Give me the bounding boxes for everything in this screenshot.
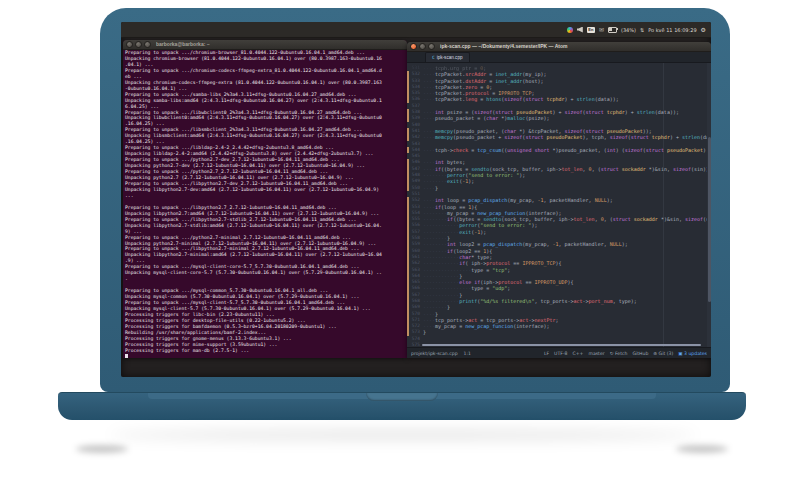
code-lines: 531····tcph.urg_ptr = 0;532····tcpPacket… — [407, 65, 711, 347]
code-line: 544····tcph->check = tcp_csum((unsigned … — [407, 147, 711, 153]
terminal-output[interactable]: Preparing to unpack .../chromium-browser… — [123, 49, 407, 358]
editor[interactable]: 531····tcph.urg_ptr = 0;532····tcpPacket… — [407, 63, 711, 347]
left-foot-shadow — [76, 445, 128, 453]
terminal-line: Unpacking chromium-codecs-ffmpeg-extra (… — [125, 80, 407, 86]
mail-icon[interactable]: ✉ — [599, 27, 604, 33]
encoding-indicator[interactable]: UTF-8 — [554, 351, 567, 356]
terminal-close-button[interactable] — [126, 41, 133, 48]
git-branch[interactable]: master — [588, 351, 604, 356]
keyboard-layout-indicator[interactable]: En — [587, 27, 595, 33]
app-indicator-icon[interactable] — [567, 27, 573, 33]
atom-window: ipk-scan.cpp — ~/Dokumenty/4.semester/IP… — [407, 42, 711, 358]
git-fetch[interactable]: ↻ Fetch — [610, 351, 628, 356]
terminal-line: Unpacking libpython2.7-stdlib:amd64 (2.7… — [125, 223, 407, 229]
updates-button[interactable]: ▣ 3 updates — [678, 351, 707, 356]
vertical-scrollbar[interactable] — [707, 63, 711, 347]
terminal-line: Unpacking mysql-client-core-5.7 (5.7.30-… — [125, 270, 407, 276]
clock[interactable]: Po kvě 11 16:09:29 — [648, 27, 696, 33]
top-panel: En ✉ (34%) ⇅ Po kvě 11 16:09:29 ⚙ — [121, 22, 711, 38]
vertical-scrollbar-thumb[interactable] — [708, 137, 711, 302]
tab-bar: C ipk-scan.cpp — [407, 52, 711, 63]
volume-icon[interactable] — [577, 27, 583, 33]
laptop-body: En ✉ (34%) ⇅ Po kvě 11 16:09:29 ⚙ barbor… — [100, 8, 730, 392]
right-foot-shadow — [676, 445, 728, 453]
session-gear-icon[interactable]: ⚙ — [701, 27, 706, 33]
terminal-line: Preparing to unpack .../chromium-codecs-… — [125, 68, 407, 74]
terminal-minimize-button[interactable] — [135, 41, 142, 48]
code-line: 542····memcpy(pseudo_packet + sizeof(str… — [407, 134, 711, 140]
laptop-screen: En ✉ (34%) ⇅ Po kvě 11 16:09:29 ⚙ barbor… — [121, 22, 711, 377]
atom-title: ipk-scan.cpp — ~/Dokumenty/4.semester/IP… — [440, 42, 568, 51]
atom-maximize-button[interactable] — [428, 43, 435, 50]
status-file-path[interactable]: projekt/ipk-scan.cpp — [411, 351, 458, 356]
terminal-line: Unpacking libpython2.7:amd64 (2.7.12-1ub… — [125, 211, 407, 217]
atom-close-button[interactable] — [410, 43, 417, 50]
git-changes[interactable]: ⊕ Git (3) — [653, 351, 673, 356]
code-line: 531····tcph.urg_ptr = 0; — [407, 65, 711, 71]
github-button[interactable]: GitHub — [632, 351, 648, 356]
terminal-title: barborka@barborka: ~ — [156, 40, 210, 49]
line-number: 575 — [407, 342, 423, 347]
status-right: LFUTF-8C++master↻ FetchGitHub⊕ Git (3)▣ … — [544, 351, 707, 356]
eol-indicator[interactable]: LF — [544, 351, 549, 356]
terminal-line: Unpacking samba-libs:amd64 (2:4.3.11+dfs… — [125, 98, 407, 104]
sync-arrows-icon[interactable]: ⇅ — [640, 27, 644, 33]
terminal-line: Unpacking libwbclient0:amd64 (2:4.3.11+d… — [125, 115, 407, 121]
terminal-cursor — [125, 354, 128, 358]
atom-minimize-button[interactable] — [419, 43, 426, 50]
base-notch — [366, 393, 438, 401]
terminal-line: Unpacking chromium-browser (81.0.4044.12… — [125, 56, 407, 62]
battery-percent: (34%) — [621, 27, 636, 33]
cpp-file-icon: C — [432, 55, 435, 60]
tab-ipk-scan[interactable]: C ipk-scan.cpp — [425, 52, 470, 62]
system-tray: En ✉ (34%) ⇅ Po kvě 11 16:09:29 ⚙ — [567, 22, 706, 37]
battery-icon[interactable] — [608, 27, 617, 33]
laptop-shadow — [110, 430, 696, 440]
status-bar: projekt/ipk-scan.cpp 1:1 LFUTF-8C++maste… — [407, 347, 711, 358]
status-cursor-position[interactable]: 1:1 — [464, 351, 471, 356]
laptop-base — [58, 392, 746, 420]
terminal-line: Unpacking libpython2.7-minimal:amd64 (2.… — [125, 252, 407, 258]
terminal-maximize-button[interactable] — [144, 41, 151, 48]
atom-titlebar: ipk-scan.cpp — ~/Dokumenty/4.semester/IP… — [407, 42, 711, 52]
terminal-line: Unpacking libpython2.7-dev:amd64 (2.7.12… — [125, 187, 407, 193]
horizontal-scrollbar[interactable] — [422, 344, 701, 346]
tab-label: ipk-scan.cpp — [437, 55, 463, 60]
terminal-window: barborka@barborka: ~ Preparing to unpack… — [123, 40, 407, 358]
terminal-line: Unpacking libsmbclient:amd64 (2:4.3.11+d… — [125, 133, 407, 139]
grammar-indicator[interactable]: C++ — [573, 351, 584, 356]
